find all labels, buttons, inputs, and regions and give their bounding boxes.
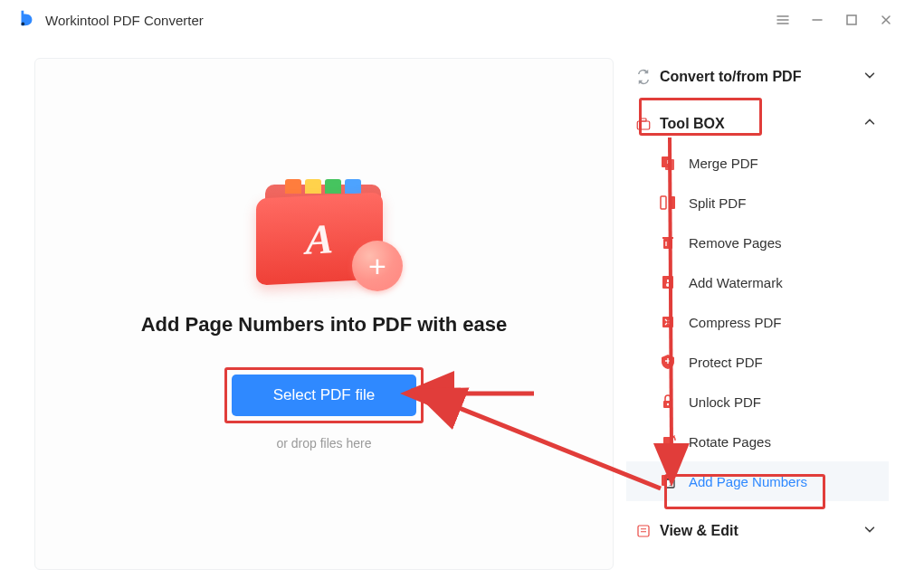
select-pdf-button[interactable]: Select PDF file [232,375,416,416]
svg-rect-10 [662,237,673,239]
svg-rect-7 [661,196,666,209]
tool-add-watermark[interactable]: Add Watermark [626,262,889,302]
tool-merge-pdf[interactable]: P Merge PDF [626,143,889,183]
tool-protect-pdf[interactable]: Protect PDF [626,342,889,382]
drop-hint: or drop files here [276,436,371,450]
svg-point-0 [22,23,25,26]
close-button[interactable] [878,12,894,28]
tool-label: Compress PDF [689,315,782,330]
menu-button[interactable] [775,12,791,28]
section-view-edit[interactable]: View & Edit [626,512,889,550]
plus-icon: + [352,241,403,291]
tool-add-page-numbers[interactable]: 1 Add Page Numbers [626,461,889,501]
svg-point-16 [667,403,669,405]
drop-zone[interactable]: A + Add Page Numbers into PDF with ease … [34,58,614,570]
chevron-down-icon [863,69,876,85]
toolbox-icon [635,116,652,132]
app-title: Workintool PDF Converter [45,13,204,28]
title-bar: Workintool PDF Converter [0,0,905,40]
shield-icon [659,353,677,371]
section-toolbox-label: Tool BOX [660,116,725,132]
tool-unlock-pdf[interactable]: Unlock PDF [626,382,889,422]
chevron-down-icon [863,523,876,539]
tool-label: Protect PDF [689,355,763,370]
tool-remove-pages[interactable]: Remove Pages [626,223,889,262]
svg-text:P: P [667,159,671,165]
section-toolbox-header[interactable]: Tool BOX [626,105,889,143]
app-logo-icon [16,8,36,32]
svg-text:1: 1 [669,480,672,487]
merge-icon: P [659,154,677,172]
section-convert-label: Convert to/from PDF [660,69,801,85]
unlock-icon [659,393,677,411]
svg-rect-21 [638,526,649,536]
tool-label: Split PDF [689,195,746,211]
section-viewedit-label: View & Edit [660,523,738,539]
tool-label: Add Watermark [689,275,783,290]
tool-rotate-pages[interactable]: Rotate Pages [626,422,889,461]
svg-rect-17 [663,437,671,446]
svg-rect-2 [637,121,650,129]
svg-rect-13 [667,280,669,282]
tool-compress-pdf[interactable]: Compress PDF [626,302,889,342]
compress-icon [659,313,677,331]
tool-label: Add Page Numbers [689,474,807,489]
tool-label: Merge PDF [689,156,758,171]
page-number-icon: 1 [659,472,677,490]
section-toolbox: Tool BOX P Merge PDF Split PDF Remove Pa… [626,105,889,503]
svg-rect-8 [670,196,675,209]
view-edit-icon [635,523,652,539]
rotate-icon [659,432,677,450]
trash-icon [659,233,677,251]
minimize-button[interactable] [809,12,825,28]
section-convert[interactable]: Convert to/from PDF [626,58,889,96]
svg-point-12 [666,283,670,287]
watermark-icon [659,273,677,291]
svg-rect-1 [847,15,856,24]
chevron-up-icon [863,116,876,132]
tool-label: Rotate Pages [689,434,771,450]
tool-split-pdf[interactable]: Split PDF [626,183,889,223]
sidebar: Convert to/from PDF Tool BOX [626,58,889,570]
annotation-highlight-select: Select PDF file [224,367,424,423]
tool-label: Remove Pages [689,235,782,251]
maximize-button[interactable] [843,12,860,28]
svg-rect-3 [641,119,646,121]
svg-rect-9 [663,239,672,249]
page-headline: Add Page Numbers into PDF with ease [141,313,508,337]
convert-icon [635,69,652,85]
pdf-folder-icon: A + [256,177,392,286]
tool-label: Unlock PDF [689,394,761,410]
svg-rect-14 [662,317,673,327]
split-icon [659,194,677,212]
